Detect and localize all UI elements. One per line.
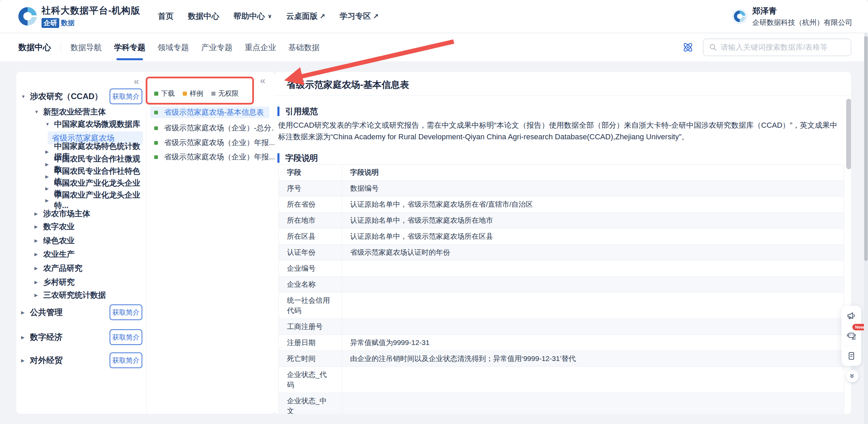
search-input[interactable] — [721, 43, 843, 52]
nav-home[interactable]: 首页 — [158, 11, 174, 21]
citation-text: 使用CCAD研究发表的学术论文或研究报告，需在中文成果中标明“本论文（报告）使用… — [278, 120, 839, 143]
caret-collapsed-icon[interactable]: ▶ — [34, 224, 43, 229]
caret-collapsed-icon[interactable]: ▶ — [34, 252, 43, 257]
tree-item[interactable]: ▶ 绿色农业 — [16, 234, 146, 247]
section-accent-bar — [277, 153, 279, 163]
list-item[interactable]: 省级示范家庭农场（企业）-总分... — [150, 122, 269, 134]
table-row: 所在地市认证原始名单中，省级示范家庭农场所在地市 — [279, 213, 844, 229]
download-legend-icon — [154, 92, 158, 96]
tree-item[interactable]: ▶ 三农研究统计数据 — [16, 288, 146, 302]
user-account[interactable]: 郑泽青 企研数据科技（杭州）有限公司 — [732, 5, 852, 27]
caret-collapsed-icon[interactable]: ▶ — [45, 174, 54, 179]
table-header-row: 字段 字段说明 — [279, 164, 844, 180]
get-intro-button[interactable]: 获取简介 — [110, 304, 142, 320]
floating-toolbar: AI New — [841, 306, 861, 366]
collapse-list-panel-icon[interactable]: « — [260, 76, 266, 85]
nav-data-center[interactable]: 数据中心 — [188, 11, 219, 21]
nav-help-center[interactable]: 帮助中心∨ — [234, 11, 272, 21]
tree-item[interactable]: ▼ 中国家庭农场微观数据库 — [16, 117, 146, 131]
sample-legend-icon — [183, 92, 187, 96]
caret-expanded-icon[interactable]: ▼ — [34, 109, 43, 114]
caret-collapsed-icon[interactable]: ▶ — [21, 358, 30, 363]
tab-key-enterprises[interactable]: 重点企业 — [245, 33, 276, 61]
no-permission-legend-icon — [211, 92, 215, 96]
fields-section-heading: 字段说明 — [277, 153, 318, 163]
collapse-toolbar-button[interactable]: » — [846, 370, 858, 382]
panel-scrollbar[interactable] — [846, 99, 851, 169]
external-link-icon: ↗ — [373, 12, 379, 20]
brand-title: 社科大数据平台-机构版 — [42, 4, 140, 17]
table-row: 企业编号 — [279, 261, 844, 277]
list-item-basic-info-table[interactable]: 省级示范家庭农场-基本信息表 — [150, 107, 269, 118]
divider — [274, 95, 851, 96]
caret-expanded-icon[interactable]: ▼ — [21, 94, 30, 99]
chevron-down-icon: ∨ — [268, 13, 272, 19]
tree-item[interactable]: ▶ 农业生产 — [16, 247, 146, 261]
nav-cloud-desktop[interactable]: 云桌面版↗ — [286, 11, 325, 21]
subnav-section-label: 数据中心 — [18, 42, 51, 53]
download-status-icon — [154, 155, 158, 159]
brand-suffix: 数据 — [61, 18, 75, 28]
divider — [61, 42, 61, 52]
list-item[interactable]: 省级示范家庭农场（企业）年报... — [150, 151, 269, 163]
page-scrollbar-thumb[interactable] — [864, 36, 868, 261]
page-title: 省级示范家庭农场-基本信息表 — [287, 79, 409, 91]
caret-collapsed-icon[interactable]: ▶ — [34, 266, 43, 271]
announcement-button[interactable] — [841, 306, 861, 326]
search-box[interactable] — [703, 38, 851, 56]
user-name: 郑泽青 — [752, 5, 852, 16]
tree-item[interactable]: ▶ 中国农业产业化龙头企业特... — [16, 193, 146, 207]
tab-subject-topics[interactable]: 学科专题 — [114, 33, 145, 61]
caret-collapsed-icon[interactable]: ▶ — [34, 238, 43, 243]
tree-item[interactable]: ▶ 农产品研究 — [16, 261, 146, 275]
nav-learning-zone[interactable]: 学习专区↗ — [340, 11, 379, 21]
list-item[interactable]: 省级示范家庭农场（企业）年报... — [150, 137, 269, 148]
search-icon — [709, 43, 717, 51]
table-row: 序号数据编号 — [279, 180, 844, 197]
tab-industry-topics[interactable]: 产业专题 — [201, 33, 232, 61]
table-row: 死亡时间由企业的注吊销时间以及企业状态清洗得到；异常值用‘9999-12-31’… — [279, 351, 844, 367]
megaphone-icon — [846, 311, 856, 321]
caret-collapsed-icon[interactable]: ▶ — [45, 149, 54, 154]
caret-collapsed-icon[interactable]: ▶ — [45, 198, 54, 203]
divider — [151, 101, 254, 101]
brand-logo[interactable]: 社科大数据平台-机构版 企研 数据 — [18, 4, 140, 28]
get-intro-button[interactable]: 获取简介 — [110, 329, 142, 345]
section-accent-bar — [277, 107, 279, 116]
caret-collapsed-icon[interactable]: ▶ — [21, 310, 30, 315]
tab-basic-data[interactable]: 基础数据 — [288, 33, 320, 61]
sidebar-panel: « ▼ 涉农研究（CCAD） 获取简介 ▼ 新型农业经营主体 ▼ 中国家庭农场微… — [16, 72, 275, 414]
fields-table: 字段 字段说明 序号数据编号 所在省份认证原始名单中，省级示范家庭农场所在省/直… — [278, 164, 844, 414]
collapse-sidebar-icon[interactable]: « — [134, 77, 139, 86]
tree-item[interactable]: ▼ 新型农业经营主体 — [16, 105, 146, 119]
caret-collapsed-icon[interactable]: ▶ — [34, 280, 43, 285]
tab-data-navigation[interactable]: 数据导航 — [70, 33, 102, 61]
table-row: 认证年份省级示范家庭农场认证时的年份 — [279, 245, 844, 261]
double-chevron-down-icon: » — [848, 374, 856, 378]
tab-domain-topics[interactable]: 领域专题 — [158, 33, 189, 61]
tree-item[interactable]: ▶ 数字农业 — [16, 220, 146, 233]
atom-graph-icon[interactable] — [682, 41, 694, 53]
get-intro-button[interactable]: 获取简介 — [110, 352, 142, 368]
column-header: 字段说明 — [342, 164, 844, 180]
caret-collapsed-icon[interactable]: ▶ — [45, 186, 54, 191]
top-header: 社科大数据平台-机构版 企研 数据 首页 数据中心 帮助中心∨ 云桌面版↗ 学习… — [0, 0, 868, 32]
tree-item[interactable]: ▶ 涉农市场主体 — [16, 207, 146, 220]
table-row: 工商注册号 — [279, 319, 844, 335]
subnav-tabs: 数据导航 学科专题 领域专题 产业专题 重点企业 基础数据 — [70, 33, 320, 61]
tree-item[interactable]: ▶ 乡村研究 — [16, 275, 146, 289]
page-scrollbar-track[interactable] — [864, 33, 868, 424]
caret-collapsed-icon[interactable]: ▶ — [21, 335, 30, 340]
document-button[interactable] — [841, 346, 861, 366]
get-intro-button[interactable]: 获取简介 — [110, 89, 142, 104]
table-row: 企业状态_中文 — [279, 393, 844, 414]
caret-expanded-icon[interactable]: ▼ — [45, 122, 54, 127]
ai-assistant-button[interactable]: AI New — [841, 326, 861, 346]
caret-collapsed-icon[interactable]: ▶ — [34, 211, 43, 216]
caret-collapsed-icon[interactable]: ▶ — [34, 293, 43, 298]
caret-collapsed-icon[interactable]: ▶ — [45, 162, 54, 167]
brand-badge: 企研 — [42, 18, 59, 28]
legend-download: 下载 — [154, 89, 175, 98]
app-root: 社科大数据平台-机构版 企研 数据 首页 数据中心 帮助中心∨ 云桌面版↗ 学习… — [0, 0, 868, 424]
document-icon — [846, 351, 856, 361]
